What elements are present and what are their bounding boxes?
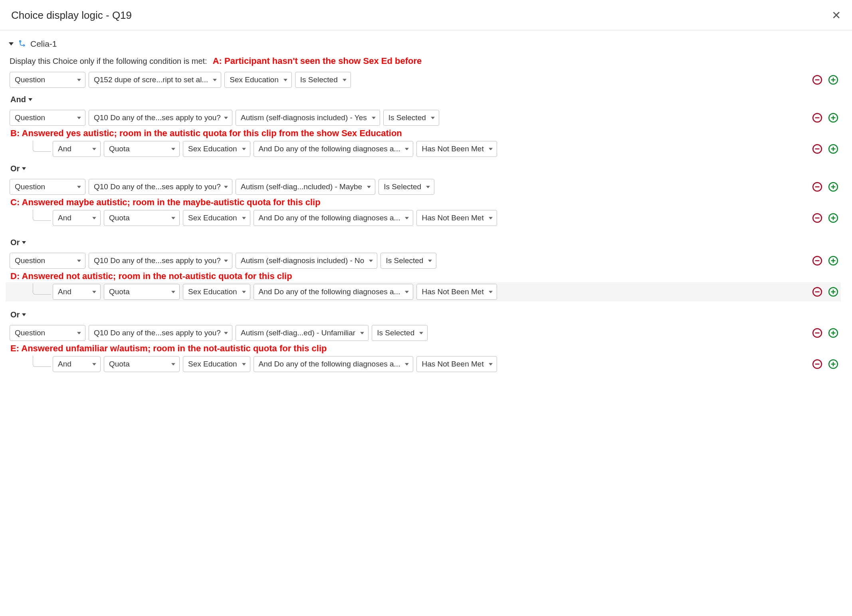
nested-logic-select[interactable]: And bbox=[53, 210, 101, 226]
chevron-down-icon bbox=[224, 260, 228, 262]
operator-select[interactable]: Has Not Been Met bbox=[416, 141, 497, 157]
condition-row: Question Q10 Do any of the...ses apply t… bbox=[6, 108, 841, 127]
logic-connector-and[interactable]: And bbox=[10, 95, 841, 104]
logic-connector-or[interactable]: Or bbox=[10, 164, 841, 173]
quota-condition-select[interactable]: And Do any of the following diagnoses a.… bbox=[254, 210, 414, 226]
remove-condition-icon[interactable] bbox=[812, 359, 822, 369]
quota-target-select[interactable]: Sex Education bbox=[183, 141, 250, 157]
add-condition-icon[interactable] bbox=[828, 75, 838, 85]
chevron-down-icon bbox=[283, 79, 287, 81]
collapse-caret-icon[interactable] bbox=[9, 42, 14, 46]
choice-select[interactable]: Autism (self-diagnosis included) - Yes bbox=[236, 110, 380, 126]
chevron-down-icon bbox=[242, 291, 246, 293]
chevron-down-icon bbox=[426, 186, 430, 188]
operator-select[interactable]: Is Selected bbox=[295, 72, 351, 88]
chevron-down-icon bbox=[171, 363, 175, 366]
question-select[interactable]: Q10 Do any of the...ses apply to you? bbox=[89, 179, 232, 195]
quota-condition-select[interactable]: And Do any of the following diagnoses a.… bbox=[254, 284, 414, 300]
choice-select[interactable]: Sex Education bbox=[224, 72, 292, 88]
condition-type-select[interactable]: Question bbox=[10, 179, 85, 195]
quota-condition-select[interactable]: And Do any of the following diagnoses a.… bbox=[254, 141, 414, 157]
chevron-down-icon bbox=[369, 260, 373, 262]
choice-select[interactable]: Autism (self-diag...ncluded) - Maybe bbox=[236, 179, 375, 195]
quota-condition-select[interactable]: And Do any of the following diagnoses a.… bbox=[254, 356, 414, 372]
chevron-down-icon bbox=[242, 217, 246, 220]
condition-type-select[interactable]: Quota bbox=[104, 141, 180, 157]
choice-select[interactable]: Autism (self-diagnosis included) - No bbox=[236, 253, 377, 269]
condition-row: Question Q10 Do any of the...ses apply t… bbox=[6, 251, 841, 270]
operator-select[interactable]: Has Not Been Met bbox=[416, 356, 497, 372]
condition-type-select[interactable]: Quota bbox=[104, 356, 180, 372]
chevron-down-icon bbox=[171, 291, 175, 293]
condition-type-select[interactable]: Question bbox=[10, 253, 85, 269]
condition-type-select[interactable]: Question bbox=[10, 110, 85, 126]
operator-select[interactable]: Is Selected bbox=[378, 179, 434, 195]
condition-row: Question Q10 Do any of the...ses apply t… bbox=[6, 177, 841, 196]
chevron-down-icon bbox=[77, 117, 81, 119]
add-condition-icon[interactable] bbox=[828, 144, 838, 154]
operator-select[interactable]: Is Selected bbox=[383, 110, 439, 126]
chevron-down-icon bbox=[372, 117, 376, 119]
annotation-b: B: Answered yes autistic; room in the au… bbox=[10, 128, 841, 139]
add-condition-icon[interactable] bbox=[828, 113, 838, 123]
chevron-down-icon bbox=[489, 217, 493, 220]
add-condition-icon[interactable] bbox=[828, 328, 838, 338]
chevron-down-icon bbox=[77, 332, 81, 335]
remove-condition-icon[interactable] bbox=[812, 182, 822, 192]
question-select[interactable]: Q10 Do any of the...ses apply to you? bbox=[89, 110, 232, 126]
add-condition-icon[interactable] bbox=[828, 182, 838, 192]
chevron-down-icon bbox=[22, 313, 26, 316]
quota-target-select[interactable]: Sex Education bbox=[183, 284, 250, 300]
remove-condition-icon[interactable] bbox=[812, 113, 822, 123]
chevron-down-icon bbox=[171, 217, 175, 220]
annotation-c: C: Answered maybe autistic; room in the … bbox=[10, 197, 841, 208]
logic-connector-or[interactable]: Or bbox=[10, 310, 841, 319]
svg-point-0 bbox=[20, 41, 21, 42]
chevron-down-icon bbox=[405, 217, 409, 220]
chevron-down-icon bbox=[77, 260, 81, 262]
choice-select[interactable]: Autism (self-diag...ed) - Unfamiliar bbox=[236, 325, 369, 341]
condition-prompt: Display this Choice only if the followin… bbox=[10, 57, 207, 66]
operator-select[interactable]: Is Selected bbox=[372, 325, 428, 341]
operator-select[interactable]: Is Selected bbox=[380, 253, 436, 269]
remove-condition-icon[interactable] bbox=[812, 287, 822, 297]
nested-logic-select[interactable]: And bbox=[53, 356, 101, 372]
remove-condition-icon[interactable] bbox=[812, 256, 822, 266]
remove-condition-icon[interactable] bbox=[812, 213, 822, 223]
chevron-down-icon bbox=[92, 363, 96, 366]
operator-select[interactable]: Has Not Been Met bbox=[416, 210, 497, 226]
condition-type-select[interactable]: Quota bbox=[104, 284, 180, 300]
add-condition-icon[interactable] bbox=[828, 256, 838, 266]
question-select[interactable]: Q10 Do any of the...ses apply to you? bbox=[89, 253, 232, 269]
chevron-down-icon bbox=[242, 148, 246, 151]
chevron-down-icon bbox=[77, 186, 81, 188]
logic-connector-or[interactable]: Or bbox=[10, 238, 841, 247]
condition-type-select[interactable]: Question bbox=[10, 325, 85, 341]
chevron-down-icon bbox=[92, 291, 96, 293]
chevron-down-icon bbox=[489, 148, 493, 151]
nested-logic-select[interactable]: And bbox=[53, 284, 101, 300]
quota-target-select[interactable]: Sex Education bbox=[183, 210, 250, 226]
close-icon[interactable]: ✕ bbox=[832, 9, 841, 22]
chevron-down-icon bbox=[419, 332, 423, 335]
condition-type-select[interactable]: Quota bbox=[104, 210, 180, 226]
question-select[interactable]: Q152 dupe of scre...ript to set al... bbox=[89, 72, 221, 88]
nested-logic-select[interactable]: And bbox=[53, 141, 101, 157]
chevron-down-icon bbox=[213, 79, 217, 81]
quota-target-select[interactable]: Sex Education bbox=[183, 356, 250, 372]
add-condition-icon[interactable] bbox=[828, 359, 838, 369]
remove-condition-icon[interactable] bbox=[812, 75, 822, 85]
remove-condition-icon[interactable] bbox=[812, 144, 822, 154]
add-condition-icon[interactable] bbox=[828, 213, 838, 223]
branch-icon bbox=[18, 40, 27, 48]
elbow-connector bbox=[33, 283, 51, 295]
condition-type-select[interactable]: Question bbox=[10, 72, 85, 88]
chevron-down-icon bbox=[92, 148, 96, 151]
remove-condition-icon[interactable] bbox=[812, 328, 822, 338]
question-select[interactable]: Q10 Do any of the...ses apply to you? bbox=[89, 325, 232, 341]
chevron-down-icon bbox=[171, 148, 175, 151]
annotation-e: E: Answered unfamiliar w/autism; room in… bbox=[10, 343, 841, 354]
elbow-connector bbox=[33, 356, 51, 367]
operator-select[interactable]: Has Not Been Met bbox=[416, 284, 497, 300]
add-condition-icon[interactable] bbox=[828, 287, 838, 297]
